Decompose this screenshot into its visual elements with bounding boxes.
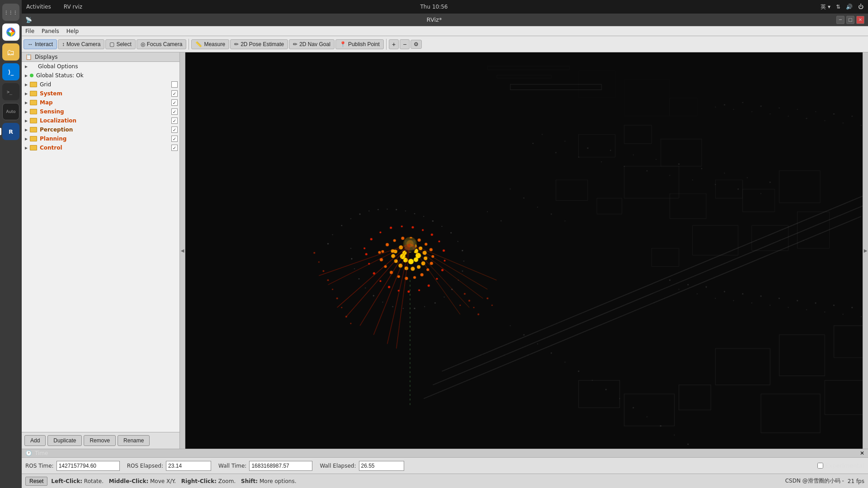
control-label: Control (40, 145, 170, 151)
svg-point-83 (396, 209, 397, 210)
experimental-checkbox[interactable] (817, 463, 823, 469)
svg-point-103 (373, 295, 374, 296)
display-item-global-status[interactable]: ▶ Global Status: Ok (22, 71, 179, 80)
expand-planning[interactable]: ▶ (24, 136, 29, 141)
expand-map[interactable]: ▶ (24, 100, 29, 105)
svg-point-115 (422, 229, 424, 231)
svg-point-112 (390, 227, 392, 229)
planning-checkbox[interactable]: ✓ (171, 136, 178, 142)
svg-point-207 (679, 289, 679, 290)
minimize-button[interactable]: − (836, 16, 844, 24)
svg-point-17 (769, 113, 770, 114)
move-camera-button[interactable]: ↕ Move Camera (58, 39, 104, 49)
add-button[interactable]: Add (24, 435, 46, 446)
display-item-localization[interactable]: ▶ Localization ✓ (22, 116, 179, 125)
svg-point-119 (444, 260, 446, 262)
status-green-dot (30, 74, 33, 77)
svg-point-157 (421, 261, 425, 265)
viewport-zoom-out[interactable]: − (400, 39, 410, 49)
wall-elapsed-input[interactable] (359, 461, 404, 471)
close-button[interactable]: ✕ (856, 16, 864, 24)
dock-terminal[interactable]: >_ (2, 83, 19, 100)
svg-point-84 (405, 211, 406, 211)
display-item-global-options[interactable]: ▶ Global Options (22, 62, 179, 71)
dock-files[interactable]: 🗂 (2, 43, 19, 61)
display-item-system[interactable]: ▶ System ✓ (22, 89, 179, 98)
viewport-zoom-in[interactable]: + (389, 39, 399, 49)
svg-point-138 (429, 248, 433, 251)
expand-global-status[interactable]: ▶ (24, 73, 29, 78)
time-close-button[interactable]: ✕ (860, 450, 864, 456)
nav-goal-button[interactable]: ✏ 2D Nav Goal (289, 39, 335, 49)
svg-point-109 (363, 247, 365, 249)
pose-estimate-button[interactable]: ✏ 2D Pose Estimate (230, 39, 288, 49)
expand-localization[interactable]: ▶ (24, 118, 29, 123)
duplicate-button[interactable]: Duplicate (47, 435, 82, 446)
display-item-perception[interactable]: ▶ Perception ✓ (22, 125, 179, 134)
expand-perception[interactable]: ▶ (24, 127, 29, 132)
dock-chrome[interactable] (2, 23, 19, 41)
power-icon: ⏻ (858, 4, 863, 10)
network-icon: ⇅ (836, 4, 840, 10)
dock-vscode[interactable]: ⟩_ (2, 63, 19, 80)
menu-help[interactable]: Help (66, 28, 79, 34)
viewport[interactable] (185, 52, 863, 449)
dock-autoware[interactable]: Auto (2, 103, 19, 120)
menu-file[interactable]: File (25, 28, 34, 34)
reset-button[interactable]: Reset (25, 477, 47, 486)
right-collapse-handle[interactable]: ▶ (863, 52, 868, 449)
viewport-settings[interactable]: ⚙ (410, 40, 422, 49)
remove-button[interactable]: Remove (84, 435, 116, 446)
display-item-planning[interactable]: ▶ Planning ✓ (22, 134, 179, 143)
display-item-grid[interactable]: ▶ Grid (22, 80, 179, 89)
svg-point-117 (438, 240, 440, 242)
localization-folder-icon (30, 118, 37, 123)
perception-checkbox[interactable]: ✓ (171, 127, 178, 133)
svg-point-191 (468, 300, 470, 301)
expand-system[interactable]: ▶ (24, 91, 29, 96)
display-item-map[interactable]: ▶ Map ✓ (22, 98, 179, 107)
experimental-group: Experimental (817, 462, 864, 469)
rviz-label[interactable]: RV rviz (64, 4, 82, 10)
dock-activities[interactable]: ⋮⋮⋮ (2, 4, 19, 21)
ros-time-input[interactable] (57, 461, 120, 471)
system-checkbox[interactable]: ✓ (171, 90, 178, 97)
interact-button[interactable]: ↔ Interact (24, 39, 57, 49)
display-item-control[interactable]: ▶ Control ✓ (22, 143, 179, 152)
map-checkbox[interactable]: ✓ (171, 99, 178, 106)
svg-point-43 (542, 134, 542, 135)
menu-panels[interactable]: Panels (42, 28, 59, 34)
svg-point-88 (442, 226, 443, 227)
grid-checkbox[interactable] (171, 81, 178, 88)
display-item-sensing[interactable]: ▶ Sensing ✓ (22, 107, 179, 116)
svg-point-239 (646, 416, 647, 417)
wall-time-input[interactable] (249, 461, 312, 471)
svg-point-217 (769, 305, 770, 305)
measure-button[interactable]: 📏 Measure (191, 39, 229, 49)
dock-rviz[interactable]: R (2, 123, 19, 140)
svg-point-130 (365, 253, 368, 255)
svg-point-102 (382, 301, 383, 302)
expand-grid[interactable]: ▶ (24, 82, 29, 87)
control-checkbox[interactable]: ✓ (171, 145, 178, 151)
maximize-button[interactable]: □ (846, 16, 854, 24)
focus-camera-button[interactable]: ◎ Focus Camera (137, 39, 187, 49)
sensing-checkbox[interactable]: ✓ (171, 108, 178, 115)
ros-elapsed-input[interactable] (166, 461, 211, 471)
expand-global-options[interactable]: ▶ (24, 64, 29, 69)
activities-label[interactable]: Activities (26, 4, 51, 10)
language-selector[interactable]: 英 ▾ (821, 3, 830, 11)
svg-point-15 (751, 111, 752, 112)
svg-point-230 (523, 334, 524, 335)
left-collapse-handle[interactable]: ◀ (180, 52, 185, 449)
svg-point-216 (760, 296, 762, 297)
localization-checkbox[interactable]: ✓ (171, 117, 178, 124)
select-button[interactable]: ▢ Select (105, 39, 135, 49)
expand-control[interactable]: ▶ (24, 145, 29, 150)
rename-button[interactable]: Rename (118, 435, 150, 446)
publish-point-button[interactable]: 📍 Publish Point (335, 39, 384, 49)
watermark: CSDN @滑雪圈的小码 - (785, 477, 844, 485)
svg-point-236 (605, 389, 607, 390)
expand-sensing[interactable]: ▶ (24, 109, 29, 114)
svg-point-51 (633, 155, 634, 155)
